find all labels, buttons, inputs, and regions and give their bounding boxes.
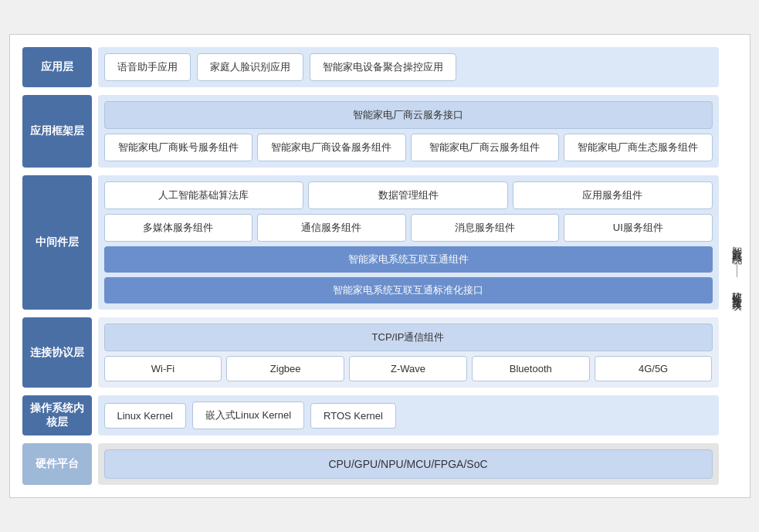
application-layer-label: 应用层: [22, 47, 92, 87]
protocols-row: Wi-Fi Zigbee Z-Wave Bluetooth 4G/5G: [104, 356, 713, 381]
app-item-2: 家庭人脸识别应用: [197, 53, 303, 81]
proto-zigbee: Zigbee: [226, 356, 344, 381]
mw-r2-item4: UI服务组件: [564, 214, 713, 242]
connection-layer-row: 连接协议层 TCP/IP通信组件 Wi-Fi Zigbee Z-Wave Blu…: [22, 317, 719, 388]
hardware-layer-label: 硬件平台: [22, 443, 92, 485]
mw-interop-box: 智能家电系统互联互通组件: [104, 246, 713, 273]
connection-layer-content: TCP/IP通信组件 Wi-Fi Zigbee Z-Wave Bluetooth…: [98, 317, 719, 388]
fw-comp-1: 智能家电厂商账号服务组件: [104, 134, 253, 161]
mw-standard-box: 智能家电系统互联互通标准化接口: [104, 277, 713, 303]
application-layer-content: 语音助手应用 家庭人脸识别应用 智能家电设备聚合操控应用: [98, 47, 719, 87]
framework-layer-row: 应用框架层 智能家电厂商云服务接口 智能家电厂商账号服务组件 智能家电厂商设备服…: [22, 95, 719, 168]
mw-r1-item3: 应用服务组件: [513, 181, 713, 209]
side-label-container: 智能家电系统 软硬件安全模块: [725, 47, 750, 485]
os-layer-label: 操作系统内核层: [22, 395, 92, 435]
mw-r2-item2: 通信服务组件: [257, 214, 406, 242]
mw-r1-item2: 数据管理组件: [308, 181, 508, 209]
side-divider: [737, 254, 737, 277]
side-label-bottom: 软硬件安全模块: [730, 283, 744, 294]
hardware-content-box: CPU/GPU/NPU/MCU/FPGA/SoC: [104, 449, 713, 479]
main-diagram: 应用层 语音助手应用 家庭人脸识别应用 智能家电设备聚合操控应用 应用框架层 智…: [22, 47, 719, 485]
os-kernel-3: RTOS Kernel: [310, 403, 396, 429]
fw-comp-2: 智能家电厂商设备服务组件: [257, 134, 406, 161]
hardware-layer-content: CPU/GPU/NPU/MCU/FPGA/SoC: [98, 443, 719, 485]
os-kernel-2: 嵌入式Linux Kernel: [192, 402, 304, 429]
os-kernel-1: Linux Kernel: [104, 403, 186, 429]
mw-r2-item3: 消息服务组件: [411, 214, 560, 242]
tcp-box: TCP/IP通信组件: [104, 324, 713, 351]
proto-zwave: Z-Wave: [349, 356, 467, 381]
middleware-layer-label: 中间件层: [22, 175, 92, 310]
os-layer-row: 操作系统内核层 Linux Kernel 嵌入式Linux Kernel RTO…: [22, 395, 719, 435]
cloud-service-box: 智能家电厂商云服务接口: [104, 101, 713, 129]
mw-r1-item1: 人工智能基础算法库: [104, 181, 304, 209]
mw-r2-item1: 多媒体服务组件: [104, 214, 253, 242]
middleware-layer-row: 中间件层 人工智能基础算法库 数据管理组件 应用服务组件 多媒体服务组件 通信服…: [22, 175, 719, 310]
proto-4g5g: 4G/5G: [595, 356, 713, 381]
mw-row1: 人工智能基础算法库 数据管理组件 应用服务组件: [104, 181, 713, 209]
framework-layer-content: 智能家电厂商云服务接口 智能家电厂商账号服务组件 智能家电厂商设备服务组件 智能…: [98, 95, 719, 168]
application-layer-row: 应用层 语音助手应用 家庭人脸识别应用 智能家电设备聚合操控应用: [22, 47, 719, 87]
side-label-top: 智能家电系统: [730, 239, 744, 248]
middleware-layer-content: 人工智能基础算法库 数据管理组件 应用服务组件 多媒体服务组件 通信服务组件 消…: [98, 175, 719, 310]
framework-components-row: 智能家电厂商账号服务组件 智能家电厂商设备服务组件 智能家电厂商云服务组件 智能…: [104, 134, 713, 161]
fw-comp-4: 智能家电厂商生态服务组件: [564, 134, 713, 161]
app-item-3: 智能家电设备聚合操控应用: [310, 53, 456, 81]
mw-row2: 多媒体服务组件 通信服务组件 消息服务组件 UI服务组件: [104, 214, 713, 242]
app-item-1: 语音助手应用: [104, 53, 191, 81]
connection-layer-label: 连接协议层: [22, 317, 92, 388]
hardware-layer-row: 硬件平台 CPU/GPU/NPU/MCU/FPGA/SoC: [22, 443, 719, 485]
fw-comp-3: 智能家电厂商云服务组件: [411, 134, 560, 161]
proto-bluetooth: Bluetooth: [472, 356, 590, 381]
diagram-container: 应用层 语音助手应用 家庭人脸识别应用 智能家电设备聚合操控应用 应用框架层 智…: [9, 34, 751, 498]
proto-wifi: Wi-Fi: [104, 356, 222, 381]
os-layer-content: Linux Kernel 嵌入式Linux Kernel RTOS Kernel: [98, 395, 719, 435]
framework-layer-label: 应用框架层: [22, 95, 92, 168]
